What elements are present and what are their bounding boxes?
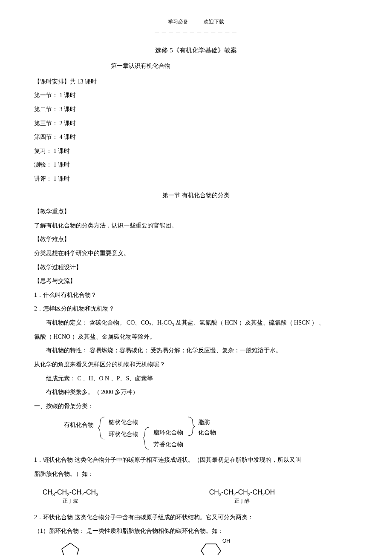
svg-marker-1 [201, 544, 221, 555]
chapter-title: 第一章认识有机化合物 [111, 60, 358, 72]
composition-line: 组成元素： C 、H、O N 、P、S、卤素等 [34, 373, 358, 385]
shapes-row: OH [60, 541, 358, 555]
section-title: 第一节 有机化合物的分类 [34, 190, 358, 201]
teaching-focus-heading: 【教学重点】 [34, 206, 358, 218]
question-3: 从化学的角度来看又怎样区分的机物和无机物呢？ [34, 359, 358, 371]
ring-definition: 2．环状化合物 这类化合物分子中含有由碳原子组成的环状结构。它又可分为两类： [34, 512, 358, 523]
header-left: 学习必备 [168, 19, 188, 25]
teaching-process-heading: 【教学过程设计】 [34, 262, 358, 273]
header-underline: — — — — — — — — — — — — [34, 28, 358, 36]
header-right: 欢迎下载 [204, 19, 224, 25]
cls-fat-2: 化合物 [198, 427, 216, 439]
alicyclic-definition: （1）脂环化合物： 是一类性质和脂肪族化合物相似的碳环化合物。如： [34, 526, 358, 537]
cls-fat-1: 脂肪 [198, 417, 210, 428]
chain-definition-2: 脂肪族化合物。）如： [34, 469, 358, 480]
schedule-item: 第一节： 1 课时 [34, 90, 358, 101]
question-2: 2．怎样区分的机物和无机物？ [34, 303, 358, 315]
schedule-item: 第三节： 2 课时 [34, 118, 358, 129]
page-header: 学习必备 欢迎下载 [34, 17, 358, 27]
variety-line: 有机物种类繁多。（ 2000 多万种） [34, 387, 358, 398]
schedule-item: 复习： 1 课时 [34, 146, 358, 157]
definition-line-1: 有机物的定义： 含碳化合物。 CO、CO2、H2CO3 及其盐、氢氰酸（ HCN… [34, 317, 358, 329]
brace-icon [143, 426, 151, 450]
definition-line-2: 氰酸（ HCNO ）及其盐、金属碳化物等除外。 [34, 331, 358, 343]
schedule-item: 讲评： 1 课时 [34, 173, 358, 185]
hexagon-icon [200, 541, 222, 555]
cls-root: 有机化合物 [64, 420, 94, 431]
cls-chain: 链状化合物 [109, 417, 138, 428]
classification-diagram: 有机化合物 链状化合物 环状化合物 脂环化合物 芳香化合物 脂肪 化合物 [64, 416, 358, 450]
butane-formula: CH3-CH2-CH2-CH3 正丁烷 [43, 486, 98, 506]
document-title: 选修 5《有机化学基础》教案 [34, 44, 358, 57]
teaching-difficulty-heading: 【教学难点】 [34, 234, 358, 245]
schedule-item: 测验： 1 课时 [34, 159, 358, 171]
pentagon-icon [60, 541, 81, 555]
question-1: 1．什么叫有机化合物？ [34, 290, 358, 301]
properties-line: 有机物的特性： 容易燃烧；容易碳化； 受热易分解；化学反应慢、复杂；一般难溶于水… [34, 345, 358, 357]
teaching-focus: 了解有机化合物的分类方法，认识一些重要的官能团。 [34, 220, 358, 232]
oh-label: OH [222, 536, 230, 546]
butanol-formula: CH3-CH2-CH2-CH2OH 正丁醇 [209, 486, 275, 506]
schedule-item: 第二节： 3 课时 [34, 104, 358, 115]
cls-aromatic: 芳香化合物 [153, 439, 183, 451]
schedule-item: 第四节： 4 课时 [34, 132, 358, 143]
schedule-heading: 【课时安排】共 13 课时 [34, 76, 358, 88]
brace-icon [98, 416, 107, 440]
cls-alicyclic: 脂环化合物 [153, 427, 183, 439]
svg-marker-0 [62, 543, 79, 555]
formula-row: CH3-CH2-CH2-CH3 正丁烷 CH3-CH2-CH2-CH2OH 正丁… [34, 486, 358, 506]
teaching-difficulty: 分类思想在科学研究中的重要意义。 [34, 248, 358, 259]
svg-line-2 [221, 547, 222, 551]
cls-ring: 环状化合物 [109, 429, 138, 440]
chain-definition-1: 1．链状化合物 这类化合物分子中的碳原子相互连接成链状。（因其最初是在脂肪中发现… [34, 454, 358, 466]
brace-close-icon [187, 416, 196, 437]
category-1-heading: 一、按碳的骨架分类： [34, 401, 358, 412]
think-discuss-heading: 【思考与交流】 [34, 276, 358, 287]
